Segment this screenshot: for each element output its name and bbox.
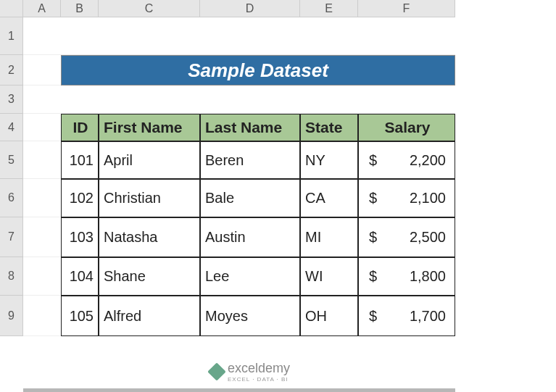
cell-salary-4[interactable]: $1,800 [358, 257, 455, 296]
currency-symbol: $ [369, 268, 377, 285]
header-first-name[interactable]: First Name [99, 114, 200, 141]
cell-c3[interactable] [99, 86, 200, 114]
row-header-5[interactable]: 5 [0, 141, 23, 179]
salary-value: 1,800 [410, 268, 446, 285]
col-header-e[interactable]: E [300, 0, 358, 17]
cell-a9[interactable] [23, 296, 61, 336]
row-header-4[interactable]: 4 [0, 114, 23, 141]
cell-a2[interactable] [23, 55, 61, 86]
sheet-bottom-border [23, 388, 455, 392]
cell-id-3[interactable]: 103 [61, 217, 99, 257]
cell-a6[interactable] [23, 179, 61, 217]
cell-salary-3[interactable]: $2,500 [358, 217, 455, 257]
cell-a8[interactable] [23, 257, 61, 296]
cell-last-1[interactable]: Beren [200, 141, 300, 179]
cell-d1[interactable] [200, 17, 300, 55]
col-header-a[interactable]: A [23, 0, 61, 17]
watermark-logo-icon [207, 362, 225, 380]
col-header-f[interactable]: F [358, 0, 455, 17]
cell-state-4[interactable]: WI [300, 257, 358, 296]
cell-a4[interactable] [23, 114, 61, 141]
col-header-d[interactable]: D [200, 0, 300, 17]
watermark: exceldemy EXCEL · DATA · BI [210, 361, 290, 383]
row-header-8[interactable]: 8 [0, 257, 23, 296]
spreadsheet-grid: A B C D E F 1 2 Sample Dataset 3 4 ID Fi… [0, 0, 556, 336]
col-header-c[interactable]: C [99, 0, 200, 17]
salary-value: 2,500 [410, 229, 446, 246]
select-all-corner[interactable] [0, 0, 23, 17]
cell-first-2[interactable]: Christian [99, 179, 200, 217]
row-header-1[interactable]: 1 [0, 17, 23, 55]
cell-salary-2[interactable]: $2,100 [358, 179, 455, 217]
cell-id-5[interactable]: 105 [61, 296, 99, 336]
cell-id-2[interactable]: 102 [61, 179, 99, 217]
cell-first-3[interactable]: Natasha [99, 217, 200, 257]
currency-symbol: $ [369, 190, 377, 207]
watermark-brand: exceldemy [228, 361, 290, 375]
cell-id-4[interactable]: 104 [61, 257, 99, 296]
watermark-tag: EXCEL · DATA · BI [228, 376, 290, 383]
cell-state-2[interactable]: CA [300, 179, 358, 217]
row-header-7[interactable]: 7 [0, 217, 23, 257]
cell-e1[interactable] [300, 17, 358, 55]
cell-d3[interactable] [200, 86, 300, 114]
cell-a1[interactable] [23, 17, 61, 55]
cell-last-3[interactable]: Austin [200, 217, 300, 257]
title-cell[interactable]: Sample Dataset [61, 55, 455, 86]
cell-state-3[interactable]: MI [300, 217, 358, 257]
currency-symbol: $ [369, 229, 377, 246]
cell-state-5[interactable]: OH [300, 296, 358, 336]
col-header-b[interactable]: B [61, 0, 99, 17]
cell-e3[interactable] [300, 86, 358, 114]
cell-first-4[interactable]: Shane [99, 257, 200, 296]
cell-b3[interactable] [61, 86, 99, 114]
header-salary[interactable]: Salary [358, 114, 455, 141]
header-id[interactable]: ID [61, 114, 99, 141]
currency-symbol: $ [369, 308, 377, 325]
cell-last-4[interactable]: Lee [200, 257, 300, 296]
row-header-3[interactable]: 3 [0, 86, 23, 114]
cell-f3[interactable] [358, 86, 455, 114]
cell-id-1[interactable]: 101 [61, 141, 99, 179]
header-state[interactable]: State [300, 114, 358, 141]
currency-symbol: $ [369, 152, 377, 169]
salary-value: 2,100 [410, 190, 446, 207]
row-header-2[interactable]: 2 [0, 55, 23, 86]
row-header-9[interactable]: 9 [0, 296, 23, 336]
cell-b1[interactable] [61, 17, 99, 55]
cell-last-2[interactable]: Bale [200, 179, 300, 217]
cell-f1[interactable] [358, 17, 455, 55]
salary-value: 2,200 [410, 152, 446, 169]
salary-value: 1,700 [410, 308, 446, 325]
cell-a3[interactable] [23, 86, 61, 114]
cell-c1[interactable] [99, 17, 200, 55]
cell-first-1[interactable]: April [99, 141, 200, 179]
cell-a5[interactable] [23, 141, 61, 179]
header-last-name[interactable]: Last Name [200, 114, 300, 141]
cell-salary-1[interactable]: $2,200 [358, 141, 455, 179]
cell-first-5[interactable]: Alfred [99, 296, 200, 336]
cell-salary-5[interactable]: $1,700 [358, 296, 455, 336]
cell-a7[interactable] [23, 217, 61, 257]
cell-state-1[interactable]: NY [300, 141, 358, 179]
row-header-6[interactable]: 6 [0, 179, 23, 217]
cell-last-5[interactable]: Moyes [200, 296, 300, 336]
